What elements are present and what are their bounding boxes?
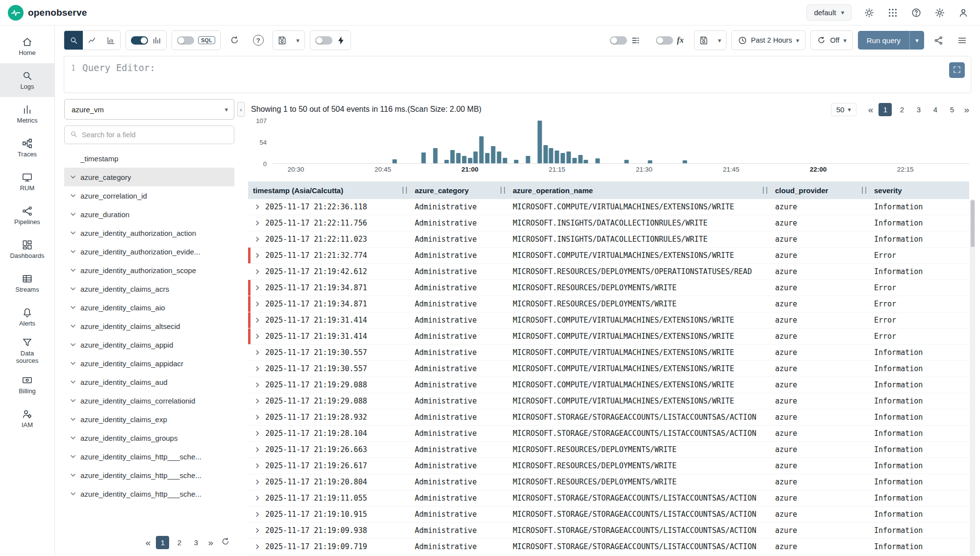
- more-menu-button[interactable]: [953, 31, 971, 50]
- histogram-bar[interactable]: [648, 160, 652, 164]
- table-row[interactable]: 2025-11-17 21:19:31.414 Administrative M…: [248, 329, 969, 345]
- page-button[interactable]: 3: [189, 536, 202, 549]
- field-list-item[interactable]: azure_category: [64, 168, 234, 186]
- expand-row-icon[interactable]: [254, 511, 261, 518]
- field-list-item[interactable]: azure_identity_claims_appid: [64, 335, 234, 354]
- expand-row-icon[interactable]: [254, 446, 261, 453]
- table-row[interactable]: 2025-11-17 21:19:09.938 Administrative M…: [248, 523, 969, 539]
- histogram-bar[interactable]: [543, 145, 548, 163]
- page-button[interactable]: 5: [945, 103, 958, 116]
- account-icon[interactable]: [957, 7, 969, 19]
- expand-row-icon[interactable]: [254, 220, 261, 227]
- histogram-bar[interactable]: [503, 158, 507, 163]
- histogram-bar[interactable]: [578, 155, 582, 163]
- table-row[interactable]: 2025-11-17 21:19:34.871 Administrative M…: [248, 280, 969, 296]
- table-row[interactable]: 2025-11-17 21:22:11.023 Administrative M…: [248, 231, 969, 248]
- editor-fullscreen-button[interactable]: [949, 62, 965, 78]
- column-resize-grip-icon[interactable]: [402, 187, 407, 194]
- fields-refresh-button[interactable]: [219, 535, 232, 549]
- stream-select[interactable]: azure_vm ▾: [64, 99, 234, 120]
- field-list-item[interactable]: azure_identity_authorization_scope: [64, 261, 234, 279]
- saved-function-dropdown[interactable]: ▾: [713, 31, 726, 50]
- search-mode-button[interactable]: [64, 31, 83, 50]
- sidebar-item-logs[interactable]: Logs: [0, 63, 54, 97]
- expand-row-icon[interactable]: [254, 349, 261, 356]
- sidebar-item-traces[interactable]: Traces: [0, 131, 54, 165]
- histogram-bar[interactable]: [474, 152, 478, 163]
- saved-function-button[interactable]: [695, 31, 713, 50]
- column-header-cloud-provider[interactable]: cloud_provider: [770, 181, 869, 199]
- field-list-item[interactable]: azure_identity_authorization_action: [64, 224, 234, 242]
- page-button[interactable]: 4: [929, 103, 942, 116]
- expand-row-icon[interactable]: [254, 398, 261, 404]
- table-scrollbar-thumb[interactable]: [971, 200, 975, 247]
- histogram-bar[interactable]: [491, 146, 495, 163]
- page-size-select[interactable]: 50 ▾: [831, 103, 856, 116]
- function-toggle[interactable]: [656, 36, 673, 45]
- patterns-mode-button[interactable]: [83, 31, 101, 50]
- column-header-severity[interactable]: severity: [869, 181, 969, 199]
- column-resize-grip-icon[interactable]: [862, 187, 866, 194]
- table-row[interactable]: 2025-11-17 21:19:34.871 Administrative M…: [248, 296, 969, 312]
- field-list-item[interactable]: azure_identity_claims_exp: [64, 410, 234, 429]
- expand-row-icon[interactable]: [254, 317, 261, 324]
- expand-row-icon[interactable]: [254, 365, 261, 372]
- page-button[interactable]: 1: [156, 536, 169, 549]
- table-row[interactable]: 2025-11-17 21:19:30.557 Administrative M…: [248, 361, 969, 377]
- field-list-item[interactable]: azure_identity_claims_http___sche...: [64, 484, 234, 503]
- table-scrollbar[interactable]: [970, 199, 975, 556]
- expand-row-icon[interactable]: [254, 268, 261, 275]
- histogram-bar[interactable]: [596, 158, 600, 163]
- histogram-bar[interactable]: [682, 160, 687, 164]
- expand-row-icon[interactable]: [254, 381, 261, 388]
- table-row[interactable]: 2025-11-17 21:19:31.414 Administrative M…: [248, 312, 969, 329]
- share-button[interactable]: [929, 31, 948, 50]
- histogram-bar[interactable]: [537, 121, 542, 163]
- quick-mode-toggle[interactable]: [315, 36, 332, 45]
- page-button[interactable]: 1: [879, 103, 892, 116]
- field-list-item[interactable]: azure_identity_claims_aio: [64, 298, 234, 317]
- table-row[interactable]: 2025-11-17 21:19:30.557 Administrative M…: [248, 345, 969, 361]
- histogram-bar[interactable]: [526, 156, 530, 163]
- table-row[interactable]: 2025-11-17 21:19:42.612 Administrative M…: [248, 264, 969, 280]
- fields-first-page-button[interactable]: «: [145, 538, 152, 547]
- column-header-azure-category[interactable]: azure_category: [410, 181, 508, 199]
- column-header-azure-operation-name[interactable]: azure_operation_name: [508, 181, 770, 199]
- column-header-timestamp[interactable]: timestamp (Asia/Calcutta): [248, 181, 410, 199]
- sql-mode-toggle[interactable]: [177, 36, 194, 45]
- sidebar-item-data-sources[interactable]: Data sources: [0, 334, 54, 368]
- reset-filters-button[interactable]: [226, 31, 244, 50]
- table-row[interactable]: 2025-11-17 21:19:11.055 Administrative M…: [248, 490, 969, 506]
- field-list-toggle[interactable]: [610, 36, 627, 45]
- saved-search-button[interactable]: [273, 31, 292, 50]
- histogram-bar[interactable]: [456, 153, 460, 163]
- histogram-bar[interactable]: [468, 158, 472, 163]
- auto-refresh-picker[interactable]: Off ▾: [810, 30, 853, 50]
- field-list-item[interactable]: azure_identity_claims_acrs: [64, 279, 234, 298]
- syntax-help-button[interactable]: ?: [249, 31, 268, 50]
- expand-row-icon[interactable]: [254, 462, 261, 469]
- histogram-bar[interactable]: [625, 160, 629, 163]
- histogram-bar[interactable]: [514, 160, 519, 163]
- field-list-item[interactable]: azure_identity_claims_altsecid: [64, 317, 234, 335]
- settings-gear-icon[interactable]: [934, 7, 946, 19]
- field-list-item[interactable]: azure_duration: [64, 205, 234, 224]
- org-selector[interactable]: default ▾: [806, 4, 852, 21]
- histogram-bar[interactable]: [433, 148, 437, 163]
- sidebar-item-home[interactable]: Home: [0, 29, 54, 63]
- expand-row-icon[interactable]: [254, 430, 261, 437]
- sidebar-item-alerts[interactable]: Alerts: [0, 300, 54, 334]
- expand-row-icon[interactable]: [254, 333, 261, 340]
- histogram-bar[interactable]: [479, 136, 484, 163]
- histogram-bar[interactable]: [549, 148, 553, 163]
- field-list-item[interactable]: azure_identity_claims_http___sche...: [64, 447, 234, 466]
- histogram-bar[interactable]: [561, 153, 565, 163]
- sidebar-item-metrics[interactable]: Metrics: [0, 97, 54, 131]
- field-search-input[interactable]: [82, 131, 229, 139]
- sidebar-item-billing[interactable]: Billing: [0, 368, 54, 402]
- results-first-page-button[interactable]: «: [867, 105, 875, 114]
- table-row[interactable]: 2025-11-17 21:19:29.088 Administrative M…: [248, 377, 969, 393]
- sidebar-item-rum[interactable]: RUM: [0, 165, 54, 199]
- table-row[interactable]: 2025-11-17 21:21:32.774 Administrative M…: [248, 248, 969, 264]
- sidebar-item-iam[interactable]: IAM: [0, 402, 54, 435]
